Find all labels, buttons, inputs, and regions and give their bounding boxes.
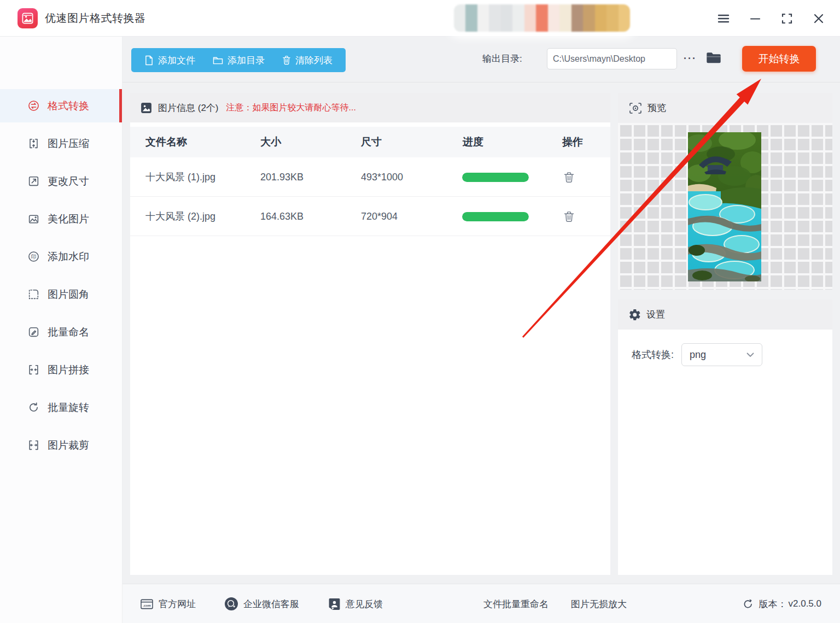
sidebar-item-label: 批量旋转 — [48, 401, 89, 415]
progress-bar — [462, 173, 529, 182]
minimize-icon[interactable] — [746, 9, 765, 28]
rounded-corner-icon — [27, 288, 40, 301]
file-icon — [144, 55, 154, 66]
chevron-down-icon — [746, 352, 754, 357]
sidebar-item-splice[interactable]: 图片拼接 — [0, 353, 122, 386]
clear-list-button[interactable]: 清除列表 — [282, 54, 332, 67]
file-panel-header: 图片信息 (2个) 注意：如果图片较大请耐心等待... — [130, 93, 610, 122]
file-actions-toolbar: 添加文件 添加目录 清除列表 — [131, 48, 346, 72]
resize-icon — [27, 175, 40, 187]
lossless-upscale-link[interactable]: 图片无损放大 — [571, 584, 627, 623]
file-name: 十大风景 (2).jpg — [145, 197, 215, 236]
table-row[interactable]: 十大风景 (1).jpg 201.93KB 493*1000 — [130, 157, 610, 197]
image-info-icon — [140, 102, 153, 114]
sidebar-item-label: 图片拼接 — [48, 363, 89, 377]
sidebar-item-resize[interactable]: 更改尺寸 — [0, 164, 122, 198]
sidebar: 格式转换 图片压缩 更改尺寸 美化图片 — [0, 37, 122, 623]
progress-bar — [462, 212, 529, 221]
app-title: 优速图片格式转换器 — [45, 11, 146, 26]
trash-icon — [562, 171, 576, 184]
window-controls — [714, 0, 828, 37]
table-row[interactable]: 十大风景 (2).jpg 164.63KB 720*904 — [130, 197, 610, 236]
sidebar-item-label: 格式转换 — [48, 99, 89, 113]
sidebar-item-rounded-corner[interactable]: 图片圆角 — [0, 278, 122, 311]
file-list-panel: 图片信息 (2个) 注意：如果图片较大请耐心等待... 文件名称 大小 尺寸 进… — [130, 93, 610, 575]
preview-panel: 预览 — [618, 93, 832, 290]
swap-arrows-icon — [27, 99, 40, 112]
sidebar-item-label: 图片压缩 — [48, 137, 89, 151]
preview-title: 预览 — [648, 102, 666, 114]
add-directory-label: 添加目录 — [228, 54, 265, 67]
sidebar-item-format-convert[interactable]: 格式转换 — [0, 89, 122, 122]
settings-panel: 设置 格式转换: png — [618, 299, 832, 575]
file-dimensions: 720*904 — [361, 197, 398, 236]
official-site-link[interactable]: .com 官方网址 — [140, 584, 196, 623]
file-size: 164.63KB — [260, 197, 304, 236]
sidebar-item-batch-rename[interactable]: 批量命名 — [0, 315, 122, 349]
column-filename: 文件名称 — [145, 127, 187, 157]
batch-rename-label: 文件批量重命名 — [483, 598, 549, 610]
title-bar: 优速图片格式转换器 — [0, 0, 840, 37]
refresh-icon[interactable] — [742, 598, 754, 610]
format-select[interactable]: png — [681, 343, 762, 366]
compress-icon — [27, 137, 40, 150]
svg-text:印: 印 — [31, 254, 37, 260]
sidebar-item-watermark[interactable]: 印 添加水印 — [0, 240, 122, 273]
feedback-icon — [328, 597, 341, 611]
menu-icon[interactable] — [714, 9, 733, 28]
wechat-support-link[interactable]: 企业微信客服 — [224, 584, 299, 623]
blurred-region — [454, 4, 630, 32]
sidebar-item-compress[interactable]: 图片压缩 — [0, 127, 122, 160]
preview-checkerboard — [618, 123, 832, 290]
maximize-icon[interactable] — [778, 9, 796, 28]
app-window: 优速图片格式转换器 格式 — [0, 0, 840, 623]
file-dimensions: 493*1000 — [361, 157, 403, 197]
picture-icon — [21, 12, 34, 25]
beautify-image-icon — [27, 213, 40, 225]
output-dir-label: 输出目录: — [482, 52, 522, 65]
sidebar-item-label: 更改尺寸 — [48, 174, 89, 189]
rotate-icon — [27, 401, 40, 414]
app-logo — [18, 8, 38, 28]
trash-icon — [562, 210, 576, 224]
column-dimensions: 尺寸 — [361, 127, 382, 157]
delete-row-button[interactable] — [562, 171, 576, 186]
version-value: v2.0.5.0 — [789, 598, 822, 609]
sidebar-item-label: 图片裁剪 — [48, 438, 89, 452]
svg-text:.com: .com — [143, 603, 151, 607]
start-convert-button[interactable]: 开始转换 — [742, 46, 816, 72]
column-progress: 进度 — [463, 127, 483, 157]
format-convert-label: 格式转换: — [632, 348, 674, 361]
add-file-button[interactable]: 添加文件 — [144, 54, 195, 67]
sidebar-item-crop[interactable]: 图片裁剪 — [0, 428, 122, 462]
watermark-icon: 印 — [27, 250, 40, 263]
file-panel-notice: 注意：如果图片较大请耐心等待... — [226, 102, 356, 114]
column-size: 大小 — [260, 127, 281, 157]
batch-rename-link[interactable]: 文件批量重命名 — [483, 584, 549, 623]
feedback-label: 意见反馈 — [346, 598, 383, 610]
file-panel-title: 图片信息 (2个) — [158, 102, 219, 114]
sidebar-item-batch-rotate[interactable]: 批量旋转 — [0, 391, 122, 424]
browse-folder-button[interactable] — [705, 51, 722, 67]
wechat-service-icon — [224, 597, 238, 611]
clear-list-label: 清除列表 — [295, 54, 332, 67]
feedback-link[interactable]: 意见反馈 — [328, 584, 383, 623]
format-select-value: png — [690, 349, 706, 361]
version-label: 版本： — [759, 598, 787, 610]
lossless-upscale-label: 图片无损放大 — [571, 598, 627, 610]
folder-icon — [213, 56, 223, 65]
close-icon[interactable] — [809, 9, 828, 28]
delete-row-button[interactable] — [562, 210, 576, 226]
sidebar-item-label: 批量命名 — [48, 325, 89, 339]
footer-bar: .com 官方网址 企业微信客服 意见反馈 文件批量重命名 — [122, 584, 840, 623]
file-name: 十大风景 (1).jpg — [145, 157, 215, 197]
add-directory-button[interactable]: 添加目录 — [213, 54, 265, 67]
version-info: 版本：v2.0.5.0 — [742, 584, 822, 623]
settings-title: 设置 — [646, 308, 665, 321]
sidebar-item-beautify[interactable]: 美化图片 — [0, 202, 122, 236]
preview-icon — [629, 102, 642, 114]
output-dir-input[interactable] — [547, 48, 677, 69]
toolbar-divider — [122, 82, 840, 83]
preview-header: 预览 — [618, 93, 832, 123]
more-options-button[interactable]: ··· — [682, 48, 698, 69]
